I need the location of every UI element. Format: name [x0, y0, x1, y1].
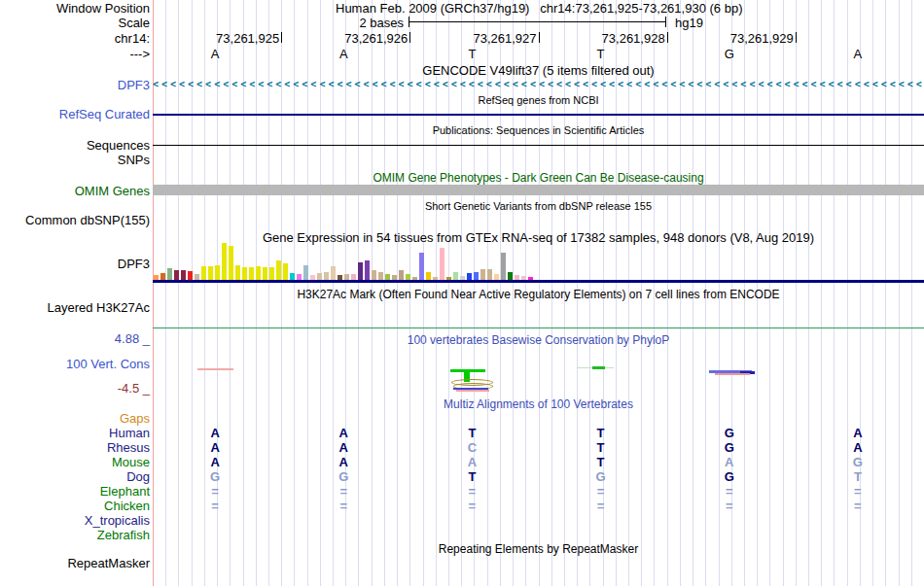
gtex-bar [487, 269, 492, 280]
gtex-bar [399, 270, 404, 280]
publications-title: Publications: Sequences in Scientific Ar… [153, 125, 924, 136]
alignment-letter: A [462, 456, 481, 468]
alignment-letter: G [848, 456, 868, 468]
scale-value: 2 bases [292, 17, 404, 29]
base-letter: T [462, 48, 481, 60]
alignment-letter: G [720, 441, 739, 454]
repeatmasker-title: Repeating Elements by RepeatMasker [153, 543, 924, 555]
refseq-title: RefSeq genes from NCBI [153, 95, 924, 106]
alignment-letter: = [848, 485, 868, 498]
alignment-letter: A [848, 427, 868, 439]
alignment-letter: A [334, 441, 353, 454]
snps-track-label[interactable]: SNPs [0, 154, 150, 166]
gencode-title: GENCODE V49lift37 (5 items filtered out) [153, 64, 924, 77]
gtex-bar [426, 272, 431, 280]
species-label-chicken[interactable]: Chicken [0, 500, 150, 512]
alignment-letter: A [205, 456, 225, 468]
alignment-letter: G [720, 470, 739, 483]
gtex-bar [242, 267, 247, 280]
alignment-letter: A [334, 427, 353, 439]
species-label-x_tropicalis[interactable]: X_tropicalis [0, 514, 150, 527]
gtex-bar [372, 270, 376, 280]
species-label-zebrafish[interactable]: Zebrafish [0, 529, 150, 541]
sequences-track-label[interactable]: Sequences [0, 139, 150, 152]
alignment-letter: = [720, 485, 739, 498]
alignment-letter: C [462, 441, 481, 454]
alignment-letter: G [591, 470, 611, 483]
alignment-letter: = [334, 500, 353, 512]
omim-track-label[interactable]: OMIM Genes [0, 185, 150, 197]
coordinate-tick [281, 32, 282, 43]
gtex-bar [229, 246, 233, 280]
species-label-elephant[interactable]: Elephant [0, 485, 150, 498]
dbsnp-title: Short Genetic Variants from dbSNP releas… [153, 201, 924, 212]
gtex-bar [378, 272, 383, 280]
gtex-bar [290, 273, 295, 280]
coordinate-tick [409, 32, 410, 43]
gtex-bar [453, 272, 458, 280]
coordinate-label: 73,261,927 [459, 32, 537, 45]
coordinate-label: 73,261,925 [201, 32, 279, 45]
species-label-mouse[interactable]: Mouse [0, 456, 150, 468]
refseq-track-label[interactable]: RefSeq Curated [0, 108, 150, 121]
gtex-bar [508, 272, 513, 280]
base-letter: A [848, 48, 868, 60]
scale-bar [409, 21, 666, 22]
gtex-gene-line[interactable] [153, 280, 924, 283]
window-position-label: Window Position [0, 2, 150, 15]
gtex-bar [181, 270, 186, 280]
omim-title: OMIM Gene Phenotypes - Dark Green Can Be… [153, 172, 924, 184]
refseq-curated-line[interactable] [153, 114, 924, 116]
repeatmasker-track-label[interactable]: RepeatMasker [0, 557, 150, 569]
species-label-gaps[interactable]: Gaps [0, 412, 150, 425]
conservation-track-label[interactable]: 100 Vert. Cons [0, 358, 150, 370]
gtex-bar [365, 260, 370, 280]
dbsnp-track-label[interactable]: Common dbSNP(155) [0, 214, 150, 226]
alignment-letter: A [848, 441, 868, 454]
dpf3-transcript-left-arrows[interactable]: <<<<<<<<<<<<<<<<<<<<<<<<<<<<<<<<<<<<<<<<… [153, 79, 924, 91]
gtex-bar [201, 266, 206, 280]
base-letter: A [205, 48, 225, 60]
alignment-letter: G [720, 427, 739, 439]
species-label-rhesus[interactable]: Rhesus [0, 441, 150, 454]
gtex-bar [283, 263, 288, 280]
conservation-mark [197, 368, 233, 370]
alignment-letter: G [205, 470, 225, 483]
genome-browser-image: Window Position Human Feb. 2009 (GRCh37/… [0, 0, 924, 586]
gtex-bar [249, 267, 254, 280]
gtex-bar [276, 260, 281, 280]
omim-genes-bar[interactable] [153, 185, 924, 195]
gtex-bar [174, 270, 179, 280]
conservation-mark [592, 366, 605, 369]
alignment-letter: = [720, 500, 739, 512]
conservation-mark [456, 390, 489, 392]
alignment-letter: = [205, 485, 225, 498]
gtex-bar [215, 265, 220, 280]
gtex-track-label[interactable]: DPF3 [0, 258, 150, 270]
scale-bar-right-tick [665, 17, 666, 27]
alignment-letter: T [462, 470, 481, 483]
conservation-mark [715, 373, 750, 375]
coordinate-tick [796, 32, 797, 43]
alignment-letter: A [720, 456, 739, 468]
alignment-letter: T [462, 427, 481, 439]
h3k27ac-baseline [153, 327, 924, 328]
gencode-track-label[interactable]: DPF3 [0, 79, 150, 91]
chrom-label: chr14: [0, 32, 150, 45]
alignment-letter: = [462, 485, 481, 498]
gtex-bar [501, 253, 506, 280]
gtex-bar-chart[interactable] [153, 243, 924, 280]
species-label-dog[interactable]: Dog [0, 470, 150, 483]
gtex-bar [188, 271, 193, 280]
strand-label: ---> [0, 48, 150, 60]
coordinate-label: 73,261,929 [716, 32, 794, 45]
h3k27ac-track-label[interactable]: Layered H3K27Ac [0, 301, 150, 314]
species-label-human[interactable]: Human [0, 427, 150, 439]
alignment-letter: T [591, 427, 611, 439]
conservation-title: 100 vertebrates Basewise Conservation by… [153, 334, 924, 346]
gtex-bar [222, 243, 227, 280]
gtex-bar [317, 273, 322, 280]
sequences-line[interactable] [153, 145, 924, 146]
gtex-bar [303, 265, 308, 280]
gtex-bar [263, 267, 267, 280]
